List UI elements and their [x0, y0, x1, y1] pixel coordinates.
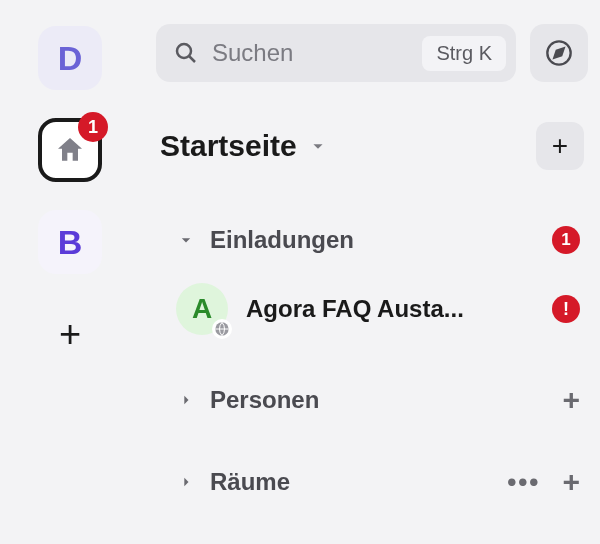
section-invites: Einladungen 1 A Agora FAQ Austa... !: [156, 210, 588, 348]
alert-badge: !: [552, 295, 580, 323]
topbar: Suchen Strg K: [156, 24, 588, 82]
space-d[interactable]: D: [38, 26, 102, 90]
invite-room-row[interactable]: A Agora FAQ Austa... !: [156, 270, 588, 348]
globe-icon: [212, 319, 232, 339]
plus-icon: +: [552, 130, 568, 162]
people-add-button[interactable]: +: [562, 383, 580, 417]
space-b-letter: B: [58, 223, 83, 262]
section-rooms-toggle[interactable]: Räume: [176, 468, 507, 496]
rooms-add-button[interactable]: +: [562, 465, 580, 499]
section-people-label: Personen: [210, 386, 319, 414]
page-title-button[interactable]: Startseite: [160, 129, 329, 163]
space-rail: D 1 B +: [0, 0, 140, 544]
search-icon: [174, 41, 198, 65]
chevron-down-icon: [307, 135, 329, 157]
room-avatar: A: [176, 283, 228, 335]
home-badge: 1: [78, 112, 108, 142]
svg-point-0: [177, 44, 191, 58]
section-rooms-label: Räume: [210, 468, 290, 496]
chevron-right-icon: [176, 390, 196, 410]
explore-button[interactable]: [530, 24, 588, 82]
page-title: Startseite: [160, 129, 297, 163]
section-rooms: Räume ••• +: [156, 452, 588, 512]
space-d-letter: D: [58, 39, 83, 78]
space-b[interactable]: B: [38, 210, 102, 274]
search-shortcut: Strg K: [422, 36, 506, 71]
search-input[interactable]: Suchen Strg K: [156, 24, 516, 82]
main-panel: Suchen Strg K Startseite + Einladungen 1: [140, 0, 600, 544]
search-placeholder: Suchen: [212, 39, 422, 67]
add-space-button[interactable]: +: [38, 302, 102, 366]
sections: Einladungen 1 A Agora FAQ Austa... ! Per…: [156, 210, 588, 512]
invites-count-badge: 1: [552, 226, 580, 254]
plus-icon: +: [59, 313, 81, 356]
section-invites-toggle[interactable]: Einladungen: [176, 226, 552, 254]
chevron-right-icon: [176, 472, 196, 492]
chevron-down-icon: [176, 230, 196, 250]
room-name: Agora FAQ Austa...: [246, 295, 534, 323]
section-people: Personen +: [156, 370, 588, 430]
svg-marker-3: [554, 48, 563, 57]
section-people-toggle[interactable]: Personen: [176, 386, 562, 414]
space-home[interactable]: 1: [38, 118, 102, 182]
svg-line-1: [189, 56, 195, 62]
header-row: Startseite +: [156, 122, 588, 170]
new-button[interactable]: +: [536, 122, 584, 170]
section-invites-label: Einladungen: [210, 226, 354, 254]
compass-icon: [545, 39, 573, 67]
home-icon: [54, 134, 86, 166]
rooms-more-button[interactable]: •••: [507, 467, 540, 498]
